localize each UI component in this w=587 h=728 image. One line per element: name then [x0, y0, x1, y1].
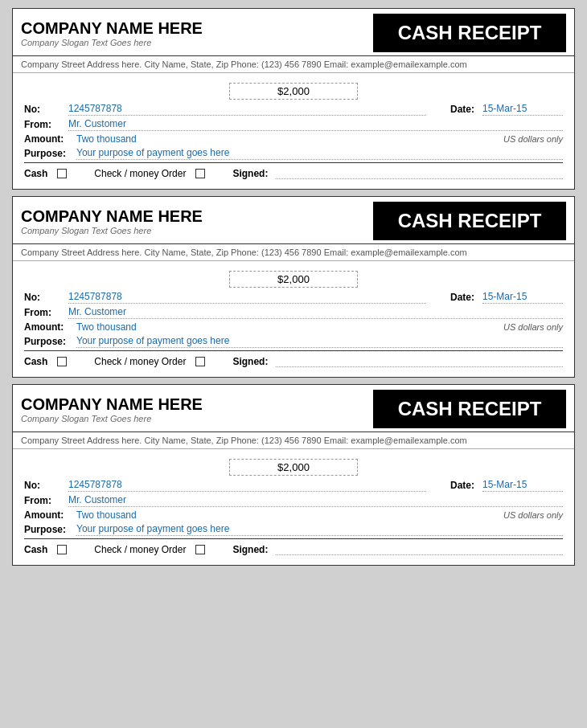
date-label-2: Date:	[450, 292, 482, 303]
no-label-1: No:	[24, 104, 68, 115]
check-checkbox-3[interactable]	[195, 545, 205, 554]
from-value-3: Mr. Customer	[68, 494, 563, 507]
company-slogan-2: Company Slogan Text Goes here	[21, 226, 203, 235]
date-group-3: Date: 15-Mar-15	[450, 479, 563, 492]
receipt-header-3: COMPANY NAME HERE Company Slogan Text Go…	[13, 385, 574, 432]
receipt-header-2: COMPANY NAME HERE Company Slogan Text Go…	[13, 197, 574, 244]
amount-row-3: $2,000	[24, 459, 563, 476]
check-checkbox-1[interactable]	[195, 169, 205, 178]
divider-1	[24, 162, 563, 163]
company-slogan-1: Company Slogan Text Goes here	[21, 38, 203, 47]
company-address-3: Company Street Address here. City Name, …	[13, 432, 574, 449]
amount-text-row-1: Amount: Two thousand US dollars only	[24, 133, 563, 145]
amount-row-1: $2,000	[24, 83, 563, 100]
no-label-3: No:	[24, 480, 68, 491]
amount-text-label-2: Amount:	[24, 321, 76, 333]
cash-label-2: Cash	[24, 356, 47, 367]
date-value-3: 15-Mar-15	[482, 479, 563, 492]
receipt-2: COMPANY NAME HERE Company Slogan Text Go…	[12, 196, 575, 378]
cash-label-3: Cash	[24, 544, 47, 555]
signed-line-2	[276, 356, 563, 367]
date-value-1: 15-Mar-15	[482, 103, 563, 116]
amount-row-2: $2,000	[24, 271, 563, 288]
check-money-label-2: Check / money Order	[94, 356, 186, 367]
amount-text-label-3: Amount:	[24, 509, 76, 521]
no-label-2: No:	[24, 292, 68, 303]
receipt-body-2: $2,000 No: 1245787878 Date: 15-Mar-15 Fr…	[13, 261, 574, 377]
date-label-3: Date:	[450, 480, 482, 491]
from-row-1: From: Mr. Customer	[24, 118, 563, 131]
no-date-row-2: No: 1245787878 Date: 15-Mar-15	[24, 291, 563, 304]
purpose-value-3: Your purpose of payment goes here	[76, 523, 563, 536]
purpose-row-3: Purpose: Your purpose of payment goes he…	[24, 523, 563, 536]
cash-checkbox-2[interactable]	[57, 357, 67, 366]
check-money-label-1: Check / money Order	[94, 168, 186, 179]
no-value-2: 1245787878	[68, 291, 426, 304]
amount-text-value-2: Two thousand	[76, 321, 503, 333]
no-date-row-3: No: 1245787878 Date: 15-Mar-15	[24, 479, 563, 492]
from-label-2: From:	[24, 307, 68, 318]
from-value-2: Mr. Customer	[68, 306, 563, 319]
company-info-1: COMPANY NAME HERE Company Slogan Text Go…	[21, 14, 203, 52]
purpose-value-1: Your purpose of payment goes here	[76, 147, 563, 160]
signed-label-2: Signed:	[232, 356, 268, 367]
from-label-3: From:	[24, 495, 68, 506]
from-value-1: Mr. Customer	[68, 118, 563, 131]
receipt-header-1: COMPANY NAME HERE Company Slogan Text Go…	[13, 9, 574, 56]
payment-row-1: Cash Check / money Order Signed:	[24, 168, 563, 179]
cash-checkbox-1[interactable]	[57, 169, 67, 178]
amount-text-row-3: Amount: Two thousand US dollars only	[24, 509, 563, 521]
company-info-2: COMPANY NAME HERE Company Slogan Text Go…	[21, 202, 203, 240]
purpose-row-1: Purpose: Your purpose of payment goes he…	[24, 147, 563, 160]
amount-box-3: $2,000	[229, 459, 358, 476]
no-date-row-1: No: 1245787878 Date: 15-Mar-15	[24, 103, 563, 116]
signed-line-1	[276, 168, 563, 179]
payment-row-3: Cash Check / money Order Signed:	[24, 544, 563, 555]
amount-text-value-3: Two thousand	[76, 509, 503, 521]
company-name-1: COMPANY NAME HERE	[21, 19, 203, 38]
company-info-3: COMPANY NAME HERE Company Slogan Text Go…	[21, 390, 203, 428]
cash-checkbox-3[interactable]	[57, 545, 67, 554]
purpose-label-3: Purpose:	[24, 524, 76, 535]
signed-label-1: Signed:	[232, 168, 268, 179]
from-label-1: From:	[24, 119, 68, 130]
currency-text-2: US dollars only	[503, 322, 563, 332]
check-money-label-3: Check / money Order	[94, 544, 186, 555]
amount-text-row-2: Amount: Two thousand US dollars only	[24, 321, 563, 333]
purpose-value-2: Your purpose of payment goes here	[76, 335, 563, 348]
receipt-body-1: $2,000 No: 1245787878 Date: 15-Mar-15 Fr…	[13, 73, 574, 189]
company-address-2: Company Street Address here. City Name, …	[13, 244, 574, 261]
cash-label-1: Cash	[24, 168, 47, 179]
divider-2	[24, 350, 563, 351]
currency-text-3: US dollars only	[503, 510, 563, 520]
cash-receipt-title-2: CASH RECEIPT	[373, 202, 566, 240]
receipt-1: COMPANY NAME HERE Company Slogan Text Go…	[12, 8, 575, 190]
date-group-2: Date: 15-Mar-15	[450, 291, 563, 304]
cash-receipt-title-1: CASH RECEIPT	[373, 14, 566, 52]
signed-line-3	[276, 544, 563, 555]
purpose-label-2: Purpose:	[24, 336, 76, 347]
date-value-2: 15-Mar-15	[482, 291, 563, 304]
amount-text-label-1: Amount:	[24, 133, 76, 145]
company-address-1: Company Street Address here. City Name, …	[13, 56, 574, 73]
amount-text-value-1: Two thousand	[76, 133, 503, 145]
check-checkbox-2[interactable]	[195, 357, 205, 366]
date-label-1: Date:	[450, 104, 482, 115]
currency-text-1: US dollars only	[503, 134, 563, 144]
date-group-1: Date: 15-Mar-15	[450, 103, 563, 116]
no-value-3: 1245787878	[68, 479, 426, 492]
purpose-row-2: Purpose: Your purpose of payment goes he…	[24, 335, 563, 348]
payment-row-2: Cash Check / money Order Signed:	[24, 356, 563, 367]
divider-3	[24, 538, 563, 539]
company-name-2: COMPANY NAME HERE	[21, 207, 203, 226]
amount-box-1: $2,000	[229, 83, 358, 100]
purpose-label-1: Purpose:	[24, 148, 76, 159]
receipt-3: COMPANY NAME HERE Company Slogan Text Go…	[12, 384, 575, 566]
signed-label-3: Signed:	[232, 544, 268, 555]
no-value-1: 1245787878	[68, 103, 426, 116]
company-slogan-3: Company Slogan Text Goes here	[21, 414, 203, 423]
company-name-3: COMPANY NAME HERE	[21, 395, 203, 414]
from-row-3: From: Mr. Customer	[24, 494, 563, 507]
cash-receipt-title-3: CASH RECEIPT	[373, 390, 566, 428]
amount-box-2: $2,000	[229, 271, 358, 288]
